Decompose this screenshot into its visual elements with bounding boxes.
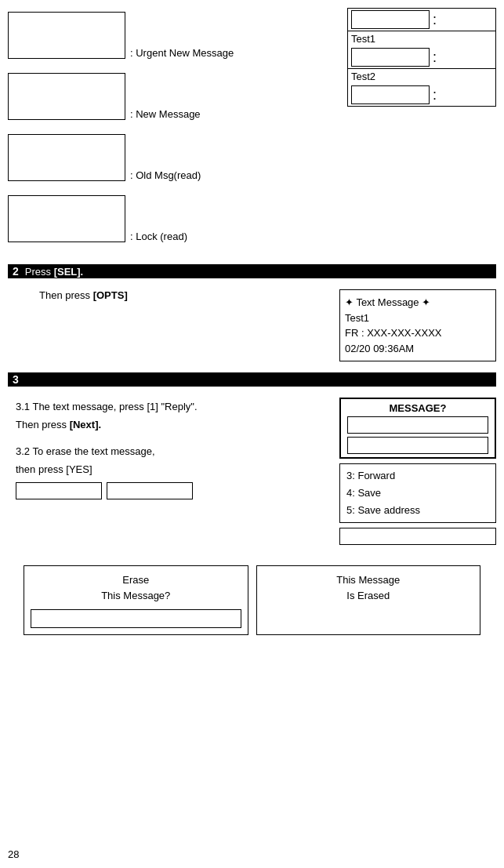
erase-left-box: Erase This Message? [24, 565, 248, 635]
section2-content: Then press [OPTS] ✦ Text Message ✦ Test1… [8, 285, 496, 366]
rp-row-mid: : [348, 46, 495, 69]
erase-line1: Erase [31, 572, 241, 588]
erase-section: Erase This Message? This Message Is Eras… [8, 565, 496, 635]
lock-icon-box [8, 195, 125, 242]
option-4: 4: Save [346, 485, 489, 502]
rp-row-top: : [348, 9, 495, 31]
message-display-box: ✦ Text Message ✦ Test1 FR : XXX-XXX-XXXX… [339, 289, 496, 361]
options-list: 3: Forward 4: Save 5: Save address [339, 463, 496, 523]
section2-press-text: Press [SEL]. [25, 266, 83, 278]
step1-line1: 3.1 The text message, press [1] "Reply". [16, 398, 339, 416]
message-popup: MESSAGE? [339, 398, 496, 459]
rp-icon-bot [351, 85, 430, 104]
old-icon-box [8, 134, 125, 181]
page-container: : Urgent New Message : New Message : Old… [0, 0, 504, 868]
section3-divider: 3 [8, 372, 496, 387]
msg-line2: Test1 [345, 311, 491, 326]
rp-icon-mid [351, 48, 430, 67]
rp-row-bot: : [348, 84, 495, 106]
option-input-row [339, 528, 496, 545]
legend-item-urgent: : Urgent New Message [8, 12, 188, 59]
step2-input1 [16, 482, 102, 499]
rp-test2-label: Test2 [348, 69, 495, 84]
erase-line2: This Message? [31, 588, 241, 604]
erase-right-box: This Message Is Erased [256, 565, 481, 635]
rp-icon-top [351, 10, 430, 29]
step2-input2 [107, 482, 193, 499]
section3-right: MESSAGE? 3: Forward 4: Save 5: Save addr… [339, 398, 496, 545]
option-3: 3: Forward [346, 467, 489, 485]
erased-line1: This Message [263, 572, 474, 588]
step1-next: Then press [Next]. [16, 416, 339, 434]
legend-item-old: : Old Msg(read) [8, 134, 188, 181]
option-5: 5: Save address [346, 502, 489, 519]
page-number: 28 [8, 848, 19, 860]
section2-divider: 2 Press [SEL]. [8, 264, 496, 278]
section3-content: 3.1 The text message, press [1] "Reply".… [8, 393, 496, 550]
msg-line3: FR : XXX-XXX-XXXX [345, 325, 491, 341]
new-label: : New Message [130, 108, 201, 120]
legend-item-new: : New Message [8, 73, 188, 120]
step2-line1: 3.2 To erase the text message, [16, 442, 339, 460]
msg-line4: 02/20 09:36AM [345, 341, 491, 357]
section2-left: Then press [OPTS] [8, 289, 339, 361]
popup-title: MESSAGE? [347, 402, 488, 414]
legend-left: : Urgent New Message : New Message : Old… [8, 12, 188, 256]
step2-line2: then press [YES] [16, 460, 339, 478]
erased-line2: Is Erased [263, 588, 474, 604]
rp-test1-label: Test1 [348, 31, 495, 46]
urgent-label: : Urgent New Message [130, 47, 234, 59]
legend-item-lock: : Lock (read) [8, 195, 188, 242]
popup-input1 [347, 416, 488, 434]
right-panel: : Test1 : Test2 : [347, 8, 496, 107]
erase-input [31, 609, 241, 628]
section3-number: 3 [13, 373, 19, 386]
section2-opts-text: Then press [OPTS] [39, 289, 339, 301]
old-label: : Old Msg(read) [130, 169, 201, 181]
msg-line1: ✦ Text Message ✦ [345, 295, 491, 311]
popup-input2 [347, 437, 488, 454]
lock-label: : Lock (read) [130, 231, 187, 242]
section2-number: 2 [13, 265, 19, 278]
step1-next-bold: [Next]. [70, 419, 101, 430]
urgent-icon-box [8, 12, 125, 59]
option-extra-input [339, 528, 496, 545]
step2-inputs [16, 482, 339, 499]
new-icon-box [8, 73, 125, 120]
section2-sel-bold: [SEL]. [54, 266, 84, 278]
section3-left: 3.1 The text message, press [1] "Reply".… [8, 398, 339, 545]
section2-opts-bold: [OPTS] [93, 289, 128, 301]
